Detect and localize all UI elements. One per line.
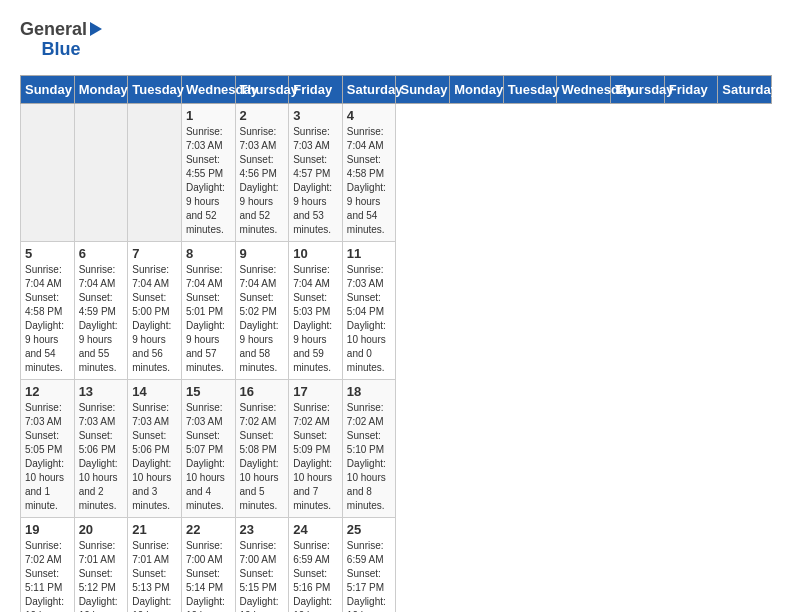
calendar-cell: 3Sunrise: 7:03 AM Sunset: 4:57 PM Daylig… <box>289 103 343 241</box>
day-number: 3 <box>293 108 338 123</box>
weekday-header: Friday <box>664 75 718 103</box>
day-info: Sunrise: 7:04 AM Sunset: 5:03 PM Dayligh… <box>293 263 338 375</box>
day-info: Sunrise: 7:00 AM Sunset: 5:15 PM Dayligh… <box>240 539 285 612</box>
day-number: 1 <box>186 108 231 123</box>
day-info: Sunrise: 7:03 AM Sunset: 5:07 PM Dayligh… <box>186 401 231 513</box>
calendar-cell: 10Sunrise: 7:04 AM Sunset: 5:03 PM Dayli… <box>289 241 343 379</box>
calendar-cell: 9Sunrise: 7:04 AM Sunset: 5:02 PM Daylig… <box>235 241 289 379</box>
logo-blue-text: Blue <box>42 40 81 60</box>
day-info: Sunrise: 7:01 AM Sunset: 5:12 PM Dayligh… <box>79 539 124 612</box>
calendar-cell: 5Sunrise: 7:04 AM Sunset: 4:58 PM Daylig… <box>21 241 75 379</box>
weekday-header: Saturday <box>342 75 396 103</box>
weekday-header: Wednesday <box>181 75 235 103</box>
calendar-cell: 17Sunrise: 7:02 AM Sunset: 5:09 PM Dayli… <box>289 379 343 517</box>
calendar-cell: 19Sunrise: 7:02 AM Sunset: 5:11 PM Dayli… <box>21 517 75 612</box>
calendar-table: SundayMondayTuesdayWednesdayThursdayFrid… <box>20 75 772 612</box>
day-info: Sunrise: 6:59 AM Sunset: 5:16 PM Dayligh… <box>293 539 338 612</box>
calendar-cell: 15Sunrise: 7:03 AM Sunset: 5:07 PM Dayli… <box>181 379 235 517</box>
weekday-header: Monday <box>74 75 128 103</box>
calendar-cell: 16Sunrise: 7:02 AM Sunset: 5:08 PM Dayli… <box>235 379 289 517</box>
logo-general-text: General <box>20 20 87 40</box>
calendar-cell <box>128 103 182 241</box>
day-info: Sunrise: 7:03 AM Sunset: 4:56 PM Dayligh… <box>240 125 285 237</box>
calendar-cell: 25Sunrise: 6:59 AM Sunset: 5:17 PM Dayli… <box>342 517 396 612</box>
day-info: Sunrise: 7:02 AM Sunset: 5:11 PM Dayligh… <box>25 539 70 612</box>
calendar-cell <box>21 103 75 241</box>
calendar-cell: 14Sunrise: 7:03 AM Sunset: 5:06 PM Dayli… <box>128 379 182 517</box>
calendar-cell: 11Sunrise: 7:03 AM Sunset: 5:04 PM Dayli… <box>342 241 396 379</box>
day-number: 25 <box>347 522 392 537</box>
day-info: Sunrise: 7:04 AM Sunset: 4:58 PM Dayligh… <box>25 263 70 375</box>
day-info: Sunrise: 7:03 AM Sunset: 5:05 PM Dayligh… <box>25 401 70 513</box>
weekday-header: Tuesday <box>128 75 182 103</box>
day-number: 11 <box>347 246 392 261</box>
day-number: 15 <box>186 384 231 399</box>
day-number: 19 <box>25 522 70 537</box>
calendar-cell: 4Sunrise: 7:04 AM Sunset: 4:58 PM Daylig… <box>342 103 396 241</box>
weekday-header: Thursday <box>235 75 289 103</box>
day-info: Sunrise: 7:03 AM Sunset: 5:06 PM Dayligh… <box>132 401 177 513</box>
calendar-week-row: 19Sunrise: 7:02 AM Sunset: 5:11 PM Dayli… <box>21 517 772 612</box>
day-number: 10 <box>293 246 338 261</box>
day-info: Sunrise: 7:03 AM Sunset: 4:57 PM Dayligh… <box>293 125 338 237</box>
calendar-week-row: 1Sunrise: 7:03 AM Sunset: 4:55 PM Daylig… <box>21 103 772 241</box>
calendar-cell: 20Sunrise: 7:01 AM Sunset: 5:12 PM Dayli… <box>74 517 128 612</box>
day-number: 9 <box>240 246 285 261</box>
calendar-cell: 21Sunrise: 7:01 AM Sunset: 5:13 PM Dayli… <box>128 517 182 612</box>
weekday-header: Saturday <box>718 75 772 103</box>
calendar-cell: 6Sunrise: 7:04 AM Sunset: 4:59 PM Daylig… <box>74 241 128 379</box>
calendar-cell: 8Sunrise: 7:04 AM Sunset: 5:01 PM Daylig… <box>181 241 235 379</box>
calendar-header-row: SundayMondayTuesdayWednesdayThursdayFrid… <box>21 75 772 103</box>
logo-arrow-icon <box>90 22 102 36</box>
calendar-cell: 22Sunrise: 7:00 AM Sunset: 5:14 PM Dayli… <box>181 517 235 612</box>
day-number: 17 <box>293 384 338 399</box>
day-info: Sunrise: 7:04 AM Sunset: 5:02 PM Dayligh… <box>240 263 285 375</box>
calendar-cell: 24Sunrise: 6:59 AM Sunset: 5:16 PM Dayli… <box>289 517 343 612</box>
calendar-week-row: 12Sunrise: 7:03 AM Sunset: 5:05 PM Dayli… <box>21 379 772 517</box>
day-info: Sunrise: 7:02 AM Sunset: 5:08 PM Dayligh… <box>240 401 285 513</box>
day-number: 13 <box>79 384 124 399</box>
weekday-header: Wednesday <box>557 75 611 103</box>
calendar-cell: 13Sunrise: 7:03 AM Sunset: 5:06 PM Dayli… <box>74 379 128 517</box>
calendar-week-row: 5Sunrise: 7:04 AM Sunset: 4:58 PM Daylig… <box>21 241 772 379</box>
day-number: 7 <box>132 246 177 261</box>
day-number: 12 <box>25 384 70 399</box>
logo: General Blue <box>20 20 102 60</box>
day-info: Sunrise: 7:04 AM Sunset: 4:59 PM Dayligh… <box>79 263 124 375</box>
day-number: 22 <box>186 522 231 537</box>
day-info: Sunrise: 7:02 AM Sunset: 5:10 PM Dayligh… <box>347 401 392 513</box>
day-number: 16 <box>240 384 285 399</box>
day-info: Sunrise: 7:03 AM Sunset: 5:04 PM Dayligh… <box>347 263 392 375</box>
logo-line1: General <box>20 20 102 40</box>
weekday-header: Sunday <box>21 75 75 103</box>
day-info: Sunrise: 7:04 AM Sunset: 4:58 PM Dayligh… <box>347 125 392 237</box>
weekday-header: Monday <box>450 75 504 103</box>
day-info: Sunrise: 7:03 AM Sunset: 4:55 PM Dayligh… <box>186 125 231 237</box>
calendar-cell: 2Sunrise: 7:03 AM Sunset: 4:56 PM Daylig… <box>235 103 289 241</box>
day-number: 8 <box>186 246 231 261</box>
day-number: 4 <box>347 108 392 123</box>
day-number: 24 <box>293 522 338 537</box>
weekday-header: Friday <box>289 75 343 103</box>
day-number: 23 <box>240 522 285 537</box>
day-number: 2 <box>240 108 285 123</box>
day-number: 21 <box>132 522 177 537</box>
weekday-header: Thursday <box>611 75 665 103</box>
day-info: Sunrise: 7:03 AM Sunset: 5:06 PM Dayligh… <box>79 401 124 513</box>
calendar-cell: 18Sunrise: 7:02 AM Sunset: 5:10 PM Dayli… <box>342 379 396 517</box>
calendar-cell: 12Sunrise: 7:03 AM Sunset: 5:05 PM Dayli… <box>21 379 75 517</box>
day-info: Sunrise: 6:59 AM Sunset: 5:17 PM Dayligh… <box>347 539 392 612</box>
calendar-cell <box>74 103 128 241</box>
weekday-header: Sunday <box>396 75 450 103</box>
calendar-cell: 1Sunrise: 7:03 AM Sunset: 4:55 PM Daylig… <box>181 103 235 241</box>
day-number: 20 <box>79 522 124 537</box>
page-header: General Blue <box>20 20 772 60</box>
weekday-header: Tuesday <box>503 75 557 103</box>
day-info: Sunrise: 7:04 AM Sunset: 5:01 PM Dayligh… <box>186 263 231 375</box>
day-info: Sunrise: 7:01 AM Sunset: 5:13 PM Dayligh… <box>132 539 177 612</box>
day-number: 5 <box>25 246 70 261</box>
day-info: Sunrise: 7:04 AM Sunset: 5:00 PM Dayligh… <box>132 263 177 375</box>
day-number: 18 <box>347 384 392 399</box>
day-number: 6 <box>79 246 124 261</box>
day-number: 14 <box>132 384 177 399</box>
